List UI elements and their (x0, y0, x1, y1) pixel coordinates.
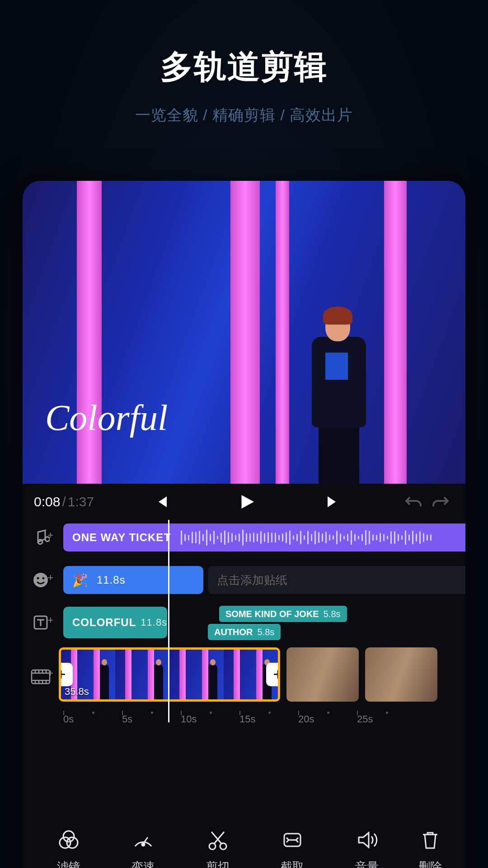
editor-frame: Colorful 0:08 / 1:37 + (23, 181, 465, 868)
preview-subject (294, 303, 375, 484)
play-button[interactable] (234, 493, 261, 511)
speed-icon (131, 827, 156, 853)
add-video-icon[interactable]: + (23, 669, 59, 684)
text-clip-colorful[interactable]: COLORFUL 11.8s (63, 607, 167, 638)
video-track: + + + 35.8s (23, 647, 465, 706)
svg-point-8 (142, 843, 145, 846)
add-clip-before[interactable]: + (59, 663, 73, 686)
time-ruler[interactable]: 0s5s10s15s20s25s (23, 713, 465, 731)
playback-controls: 0:08 / 1:37 (23, 484, 465, 520)
svg-point-1 (37, 577, 39, 580)
tool-label: 滤镜 (57, 859, 80, 868)
music-clip[interactable]: ONE WAY TICKET (63, 524, 465, 552)
svg-point-2 (42, 577, 45, 580)
page-subtitle: 一览全貌 / 精确剪辑 / 高效出片 (0, 105, 488, 126)
party-popper-icon: 🎉 (72, 573, 89, 588)
undo-button[interactable] (400, 494, 427, 510)
text-clip-duration: 5.8s (258, 627, 275, 637)
time-separator: / (62, 494, 66, 509)
svg-point-5 (63, 831, 74, 842)
sticker-clip[interactable]: 🎉 11.8s (63, 566, 203, 594)
add-music-icon[interactable]: + (23, 528, 59, 547)
volume-tool[interactable]: 音量 (330, 827, 404, 868)
svg-point-7 (67, 837, 78, 848)
svg-rect-4 (32, 670, 50, 684)
text-clip-label: SOME KIND OF JOKE (225, 609, 319, 619)
video-clip[interactable] (286, 647, 359, 702)
video-preview[interactable]: Colorful (23, 181, 465, 484)
text-clip-duration: 11.8s (141, 617, 167, 628)
delete-tool[interactable]: 删除 (404, 827, 456, 868)
add-clip-after[interactable]: + (266, 663, 280, 686)
filter-tool[interactable]: 滤镜 (32, 827, 106, 868)
redo-button[interactable] (427, 494, 454, 510)
preview-decor (230, 181, 260, 484)
promo-header: 多轨道剪辑 一览全貌 / 精确剪辑 / 高效出片 (0, 0, 488, 126)
tool-label: 截取 (281, 859, 304, 868)
preview-watermark: Colorful (45, 397, 168, 439)
music-track: + ONE WAY TICKET (23, 520, 465, 555)
tool-label: 剪切 (206, 859, 230, 868)
filter-icon (56, 827, 81, 853)
music-clip-label: ONE WAY TICKET (72, 531, 171, 544)
page-title: 多轨道剪辑 (0, 45, 488, 89)
bottom-toolbar: 滤镜 变速 剪切 截取 音量 删除 (23, 818, 465, 868)
preview-decor (276, 181, 289, 484)
speed-tool[interactable]: 变速 (106, 827, 181, 868)
waveform-icon (181, 530, 465, 545)
tool-label: 音量 (355, 859, 379, 868)
video-clip-duration: 35.8s (65, 686, 89, 698)
text-track: + COLORFUL 11.8s SOME KIND OF JOKE 5.8s … (23, 605, 465, 640)
text-clip-joke[interactable]: SOME KIND OF JOKE 5.8s (219, 606, 347, 622)
cut-tool[interactable]: 剪切 (181, 827, 255, 868)
add-text-icon[interactable]: + (23, 613, 59, 632)
scissors-icon (205, 827, 230, 853)
time-total: 1:37 (68, 494, 94, 509)
svg-point-0 (33, 573, 48, 587)
text-clip-label: AUTHOR (214, 627, 253, 637)
add-sticker-icon[interactable]: + (23, 571, 59, 589)
time-current: 0:08 (34, 494, 60, 509)
text-clip-duration: 5.8s (324, 609, 341, 619)
svg-point-10 (220, 843, 226, 849)
svg-point-9 (209, 843, 216, 849)
tool-label: 删除 (418, 859, 442, 868)
trash-icon (418, 827, 443, 853)
next-button[interactable] (319, 495, 347, 509)
prev-button[interactable] (148, 495, 175, 509)
sticker-duration: 11.8s (97, 574, 126, 586)
video-clip-selected[interactable]: + + 35.8s (59, 647, 280, 702)
add-sticker-hint[interactable]: 点击添加贴纸 (208, 566, 465, 594)
tool-label: 变速 (131, 859, 155, 868)
text-clip-label: COLORFUL (72, 616, 136, 629)
trim-tool[interactable]: 截取 (255, 827, 330, 868)
timeline[interactable]: + ONE WAY TICKET + 🎉 11.8s 点击添加贴纸 (23, 520, 465, 741)
video-clip[interactable] (365, 647, 437, 702)
playhead[interactable] (168, 520, 169, 722)
preview-decor (384, 181, 407, 484)
sticker-track: + 🎉 11.8s 点击添加贴纸 (23, 562, 465, 598)
trim-icon (280, 827, 305, 853)
text-clip-author[interactable]: AUTHOR 5.8s (208, 624, 281, 640)
volume-icon (354, 827, 380, 853)
